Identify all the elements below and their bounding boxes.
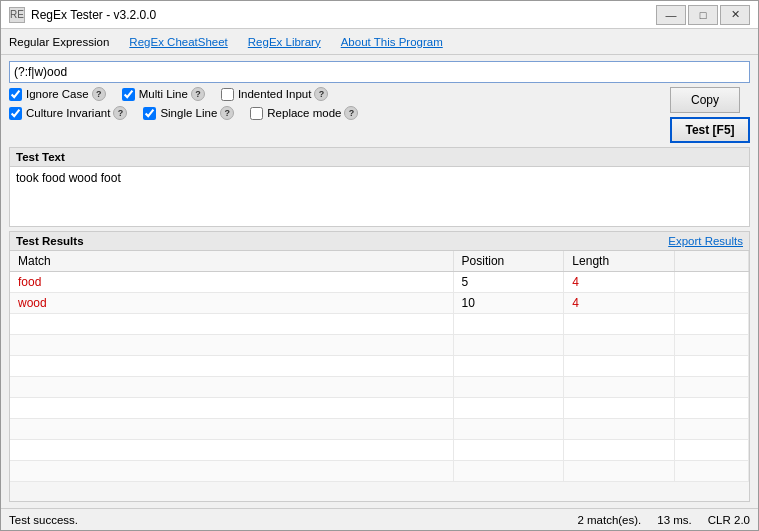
replace-mode-label: Replace mode (267, 107, 341, 119)
ignore-case-help[interactable]: ? (92, 87, 106, 101)
results-table: Match Position Length food 5 4 wood 10 4 (10, 251, 749, 482)
replace-mode-option[interactable]: Replace mode ? (250, 106, 358, 120)
results-header: Test Results Export Results (10, 232, 749, 251)
time-display: 13 ms. (657, 514, 692, 526)
regex-section-label: Regular Expression (9, 36, 109, 48)
options-buttons-wrapper: Ignore Case ? Multi Line ? Indented Inpu… (9, 87, 750, 143)
empty-row (10, 440, 749, 461)
test-results-section: Test Results Export Results Match Positi… (9, 231, 750, 502)
minimize-button[interactable]: — (656, 5, 686, 25)
col-position: Position (453, 251, 564, 272)
culture-invariant-option[interactable]: Culture Invariant ? (9, 106, 127, 120)
test-text-section: Test Text (9, 147, 750, 227)
single-line-label: Single Line (160, 107, 217, 119)
indented-input-label: Indented Input (238, 88, 312, 100)
options-wrapper: Ignore Case ? Multi Line ? Indented Inpu… (9, 87, 666, 120)
indented-input-help[interactable]: ? (314, 87, 328, 101)
single-line-checkbox[interactable] (143, 107, 156, 120)
multi-line-checkbox[interactable] (122, 88, 135, 101)
test-text-input[interactable] (10, 167, 749, 226)
status-right: 2 match(es). 13 ms. CLR 2.0 (577, 514, 750, 526)
maximize-button[interactable]: □ (688, 5, 718, 25)
replace-mode-help[interactable]: ? (344, 106, 358, 120)
regex-section: Ignore Case ? Multi Line ? Indented Inpu… (9, 61, 750, 143)
indented-input-option[interactable]: Indented Input ? (221, 87, 329, 101)
position-value: 10 (453, 293, 564, 314)
culture-invariant-checkbox[interactable] (9, 107, 22, 120)
single-line-help[interactable]: ? (220, 106, 234, 120)
single-line-option[interactable]: Single Line ? (143, 106, 234, 120)
empty-row (10, 356, 749, 377)
ignore-case-checkbox[interactable] (9, 88, 22, 101)
empty-row (10, 335, 749, 356)
match-count: 2 match(es). (577, 514, 641, 526)
window-controls: — □ ✕ (656, 5, 750, 25)
table-header-row: Match Position Length (10, 251, 749, 272)
regex-input-row (9, 61, 750, 83)
extra-col (675, 293, 749, 314)
match-value: wood (10, 293, 453, 314)
empty-row (10, 377, 749, 398)
options-row-2: Culture Invariant ? Single Line ? Replac… (9, 106, 666, 120)
replace-mode-checkbox[interactable] (250, 107, 263, 120)
culture-invariant-help[interactable]: ? (113, 106, 127, 120)
status-bar: Test success. 2 match(es). 13 ms. CLR 2.… (1, 508, 758, 530)
status-text: Test success. (9, 514, 78, 526)
export-results-link[interactable]: Export Results (668, 235, 743, 247)
culture-invariant-label: Culture Invariant (26, 107, 110, 119)
action-buttons: Copy Test [F5] (670, 87, 750, 143)
results-table-wrapper: Match Position Length food 5 4 wood 10 4 (10, 251, 749, 501)
regex-input[interactable] (9, 61, 750, 83)
table-row: food 5 4 (10, 272, 749, 293)
test-button[interactable]: Test [F5] (670, 117, 750, 143)
app-icon: RE (9, 7, 25, 23)
empty-row (10, 314, 749, 335)
indented-input-checkbox[interactable] (221, 88, 234, 101)
about-link[interactable]: About This Program (341, 36, 443, 48)
extra-col (675, 272, 749, 293)
close-button[interactable]: ✕ (720, 5, 750, 25)
multi-line-help[interactable]: ? (191, 87, 205, 101)
length-value: 4 (564, 272, 675, 293)
menu-bar: Regular Expression RegEx CheatSheet RegE… (1, 29, 758, 55)
empty-row (10, 419, 749, 440)
empty-row (10, 461, 749, 482)
main-window: RE RegEx Tester - v3.2.0.0 — □ ✕ Regular… (0, 0, 759, 531)
options-row-1: Ignore Case ? Multi Line ? Indented Inpu… (9, 87, 666, 103)
table-row: wood 10 4 (10, 293, 749, 314)
col-extra (675, 251, 749, 272)
ignore-case-option[interactable]: Ignore Case ? (9, 87, 106, 101)
window-title: RegEx Tester - v3.2.0.0 (31, 8, 656, 22)
ignore-case-label: Ignore Case (26, 88, 89, 100)
position-value: 5 (453, 272, 564, 293)
cheatsheet-link[interactable]: RegEx CheatSheet (129, 36, 227, 48)
multi-line-option[interactable]: Multi Line ? (122, 87, 205, 101)
clr-version: CLR 2.0 (708, 514, 750, 526)
content-area: Ignore Case ? Multi Line ? Indented Inpu… (1, 55, 758, 508)
multi-line-label: Multi Line (139, 88, 188, 100)
length-value: 4 (564, 293, 675, 314)
title-bar: RE RegEx Tester - v3.2.0.0 — □ ✕ (1, 1, 758, 29)
empty-row (10, 398, 749, 419)
copy-button[interactable]: Copy (670, 87, 740, 113)
col-length: Length (564, 251, 675, 272)
test-text-header: Test Text (10, 148, 749, 167)
results-header-label: Test Results (16, 235, 84, 247)
col-match: Match (10, 251, 453, 272)
library-link[interactable]: RegEx Library (248, 36, 321, 48)
match-value: food (10, 272, 453, 293)
